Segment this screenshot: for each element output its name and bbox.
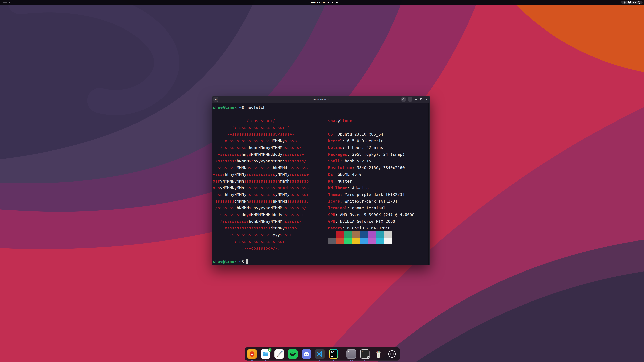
ascii-line: /sssssssshNMMMyhhyyyyhdNMMMMhssssssss/	[213, 205, 309, 211]
ascii-line: `:+ssssssssssssssssss+:`	[213, 238, 309, 245]
dock-separator	[342, 350, 342, 358]
dock-icon-discord[interactable]	[302, 349, 311, 359]
palette-swatch	[352, 231, 360, 238]
info-row: Theme: Yaru-purple-dark [GTK2/3]	[328, 191, 414, 198]
new-tab-button[interactable]: +	[213, 97, 218, 102]
maximize-icon	[420, 98, 422, 100]
info-row: OS: Ubuntu 23.10 x86_64	[328, 131, 414, 138]
command-text: neofetch	[246, 105, 266, 110]
pycharm-label: PC	[330, 351, 334, 354]
dock-icon-show-apps[interactable]	[387, 349, 397, 359]
dock-icon-pycharm[interactable]: PC	[329, 349, 338, 359]
dock-icon-files[interactable]: 1	[261, 349, 270, 359]
close-button[interactable]: ✕	[425, 98, 428, 101]
maximize-button[interactable]	[420, 98, 423, 101]
clock-menu[interactable]: Mon Oct 16 21:29	[311, 1, 338, 4]
palette-swatch	[368, 231, 376, 238]
palette-swatch	[344, 238, 352, 244]
clock-label: Mon Oct 16 21:29	[311, 1, 333, 4]
dock: 1PC>_>_	[244, 347, 400, 361]
search-button[interactable]	[402, 97, 406, 102]
dock-icon-text-editor[interactable]	[274, 349, 284, 359]
running-indicator-dots	[247, 360, 257, 361]
volume-icon	[633, 1, 636, 4]
neofetch-color-palette	[328, 231, 392, 244]
ascii-line: .ossssssssssssssssssdMMMNysssso.	[213, 225, 309, 231]
dock-icon-terminal[interactable]: >_	[346, 349, 356, 359]
info-row: Resolution: 3840x2160, 3840x2160	[328, 164, 414, 171]
info-underline: ----------	[328, 124, 414, 131]
terminal-window: shav@linux: ~ + ··· – ✕ shav@linux:~$neo…	[212, 96, 430, 266]
info-row: WM Theme: Adwaita	[328, 185, 414, 191]
wifi-icon	[623, 1, 626, 4]
neofetch-ascii-logo: .-/+oossssoo+/-. `:+ssssssssssssssssss+:…	[213, 117, 309, 252]
info-row: Memory: 6185MiB / 64202MiB	[328, 225, 414, 231]
scrollbar-thumb[interactable]	[429, 103, 430, 265]
palette-swatch	[352, 238, 360, 244]
window-title: shav@linux: ~	[212, 98, 430, 101]
ascii-line: +sssshhhyNMMNyssssssssssssyNMMMysssssss+	[213, 191, 309, 198]
ascii-line: /ssssssssssshdmNNNNmyNMMMMhssssss/	[213, 218, 309, 225]
pycharm-underscore	[330, 356, 333, 357]
palette-swatch	[376, 238, 384, 244]
top-bar: Mon Oct 16 21:29	[0, 0, 644, 4]
ascii-line: +ssssssssshmydMMMMMMMNddddyssssssss+	[213, 151, 309, 158]
info-row: Shell: bash 5.2.15	[328, 158, 414, 164]
palette-swatch	[384, 238, 392, 244]
ascii-line: -+ssssssssssssssssssyyssss+-	[213, 131, 309, 138]
palette-swatch	[344, 231, 352, 238]
vpn-shield-icon	[628, 1, 631, 4]
running-indicator-dots	[329, 360, 338, 361]
prompt-user: shav@linux	[213, 259, 237, 264]
power-icon	[638, 1, 641, 4]
palette-swatch	[360, 231, 368, 238]
system-tray[interactable]	[621, 1, 643, 4]
dock-icon-trash[interactable]	[374, 349, 383, 359]
ascii-line: +sssshhhyNMMNyssssssssssssyNMMMysssssss+	[213, 171, 309, 178]
info-row: GPU: NVIDIA GeForce RTX 2060	[328, 218, 414, 225]
prompt-path: ~	[239, 259, 242, 264]
ascii-line: /ssssssssssshdmmNNmmyNMMMMhssssss/	[213, 144, 309, 151]
titlebar[interactable]: shav@linux: ~ + ··· – ✕	[212, 96, 430, 103]
palette-row-1	[328, 231, 392, 238]
palette-row-2	[328, 238, 392, 244]
info-row: Uptime: 1 hour, 22 mins	[328, 144, 414, 151]
ascii-line: -+sssssssssssssssssyyyssss+-	[213, 231, 309, 238]
running-indicator-dots	[261, 360, 270, 361]
prompt-line-active: shav@linux:~$	[213, 258, 248, 265]
prompt-line: shav@linux:~$neofetch	[213, 104, 266, 111]
prompt-user: shav@linux	[213, 105, 237, 110]
dock-icon-vscode[interactable]	[315, 349, 325, 359]
ascii-line: `:+ssssssssssssssssss+:`	[213, 124, 309, 131]
menu-button[interactable]: ···	[408, 97, 412, 102]
ascii-line: /sssssssshNMMMyhhyyyyhmNMMMMhssssssss/	[213, 158, 309, 164]
workspace-indicator-pill[interactable]	[2, 1, 8, 3]
search-icon	[402, 98, 405, 101]
info-row: DE: GNOME 45.0	[328, 171, 414, 178]
ascii-line: .ossssssssssssssssssdMMMNysssso.	[213, 138, 309, 144]
ascii-line: .ssssssssdMMMNhsssssssssshNMMMdssssssss.	[213, 198, 309, 205]
running-indicator-dots	[315, 360, 325, 361]
dock-icon-brave[interactable]	[247, 349, 257, 359]
terminal-content[interactable]: shav@linux:~$neofetch .-/+oossssoo+/-. `…	[212, 103, 430, 265]
prompt-path: ~	[239, 105, 242, 110]
info-user-host: shav@linux	[328, 117, 414, 124]
workspace-dot[interactable]	[8, 2, 10, 3]
ascii-line: .-/+oossssoo+/-.	[213, 245, 309, 252]
info-row: Icons: WhiteSur-dark [GTK2/3]	[328, 198, 414, 205]
palette-swatch	[360, 238, 368, 244]
terminal-cursor	[246, 259, 248, 264]
notification-dot-icon	[336, 1, 338, 3]
scrollbar[interactable]	[428, 103, 430, 265]
palette-swatch	[336, 231, 344, 238]
info-row: Kernel: 6.5.0-9-generic	[328, 138, 414, 144]
neofetch-info: shav@linux----------OS: Ubuntu 23.10 x86…	[328, 117, 414, 231]
terminal-prompt-glyph: >_	[348, 351, 351, 353]
ascii-line: +sssssssssdmydMMMMMMMMddddyssssssss+	[213, 211, 309, 218]
minimize-button[interactable]: –	[414, 98, 418, 101]
info-row: WM: Mutter	[328, 178, 414, 185]
palette-swatch	[328, 231, 336, 238]
terminal-prompt-glyph: >_	[362, 351, 364, 353]
dock-icon-terminal-alt[interactable]: >_	[360, 349, 370, 359]
dock-icon-spotify[interactable]	[288, 349, 298, 359]
